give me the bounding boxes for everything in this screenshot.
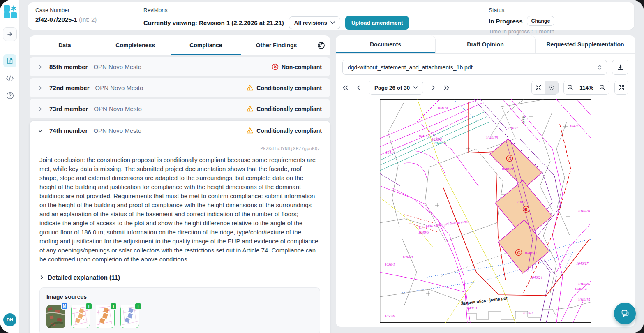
first-page-button[interactable] [342, 85, 349, 90]
case-number-section: Case Number 2/42-07/2025-1 (Int: 2) [28, 2, 136, 30]
language-globe-button[interactable] [312, 35, 330, 55]
member-title: 74th member [49, 127, 88, 134]
chat-bubbles-icon [620, 309, 630, 318]
logo-square [4, 12, 10, 18]
status-badge: Conditionally compliant [256, 106, 322, 112]
currently-viewing-text: Currently viewing: Revision 1 (2.2.2026 … [143, 19, 284, 26]
select-updown-icon [598, 65, 602, 70]
code-icon [6, 75, 14, 81]
download-document-button[interactable] [612, 60, 628, 75]
case-header: Case Number 2/42-07/2025-1 (Int: 2) Revi… [28, 2, 634, 30]
next-page-button[interactable] [432, 85, 435, 90]
user-avatar[interactable]: DH [3, 313, 16, 326]
time-in-progress-text: Time in progress : 1 month [489, 28, 627, 35]
help-icon [6, 92, 14, 99]
tab-documents[interactable]: Documents [336, 35, 436, 53]
conclusion-hash: Pk2Kdfu3YNHjXP27gpnKQz [30, 140, 330, 151]
chevron-down-icon [38, 128, 43, 133]
fit-to-width-button[interactable] [532, 81, 545, 94]
zoom-out-button[interactable] [564, 81, 577, 94]
fullscreen-button[interactable] [615, 81, 628, 94]
chevron-right-icon [39, 275, 44, 280]
last-page-button[interactable] [443, 85, 450, 90]
chevron-right-icon [38, 65, 43, 69]
pdf-page-view[interactable]: A B C 1041/9 1042/1 1040/2 1040/19 1040/… [336, 99, 635, 323]
parcel-label: 1033/1 [523, 311, 533, 315]
chevron-right-icon [38, 106, 43, 111]
chat-button[interactable] [614, 303, 636, 324]
tool-badge: T [134, 303, 142, 310]
member-row[interactable]: 73rd member OPN Novo Mesto Conditionally… [30, 99, 330, 118]
tab-completeness[interactable]: Completeness [100, 35, 171, 55]
parcel-label: 1038/1 [385, 262, 395, 266]
status-badge: Non-compliant [282, 64, 322, 70]
member-title: 72nd member [49, 84, 90, 91]
building-label-c: C [517, 250, 520, 255]
status-change-button[interactable]: Change [527, 16, 555, 26]
member-subtitle: OPN Novo Mesto [93, 127, 141, 134]
right-tabbar: Documents Draft Opinion Requested Supple… [336, 35, 635, 54]
collapse-arrows-icon [535, 84, 542, 91]
globe-icon [317, 42, 325, 49]
building-label-b: B [524, 207, 527, 212]
member-row[interactable]: 85th member OPN Novo Mesto Non-compliant [30, 57, 330, 76]
logo-square [4, 5, 10, 12]
thumbnail-site-plan[interactable]: T [71, 305, 90, 328]
parcel-label: 1039/4 [432, 137, 442, 141]
image-sources-title: Image sources [46, 294, 313, 300]
sidebar-item-documents[interactable] [3, 54, 16, 67]
tab-compliance[interactable]: Compliance [171, 35, 242, 55]
sidebar-expand-button[interactable] [3, 27, 17, 41]
parcel-label: 1042/1 [570, 124, 580, 128]
member-row-expanded[interactable]: 74th member OPN Novo Mesto Conditionally… [30, 121, 330, 140]
tab-other-findings[interactable]: Other Findings [241, 35, 312, 55]
image-sources-card: Image sources M T T [39, 287, 320, 333]
map-badge: M [61, 302, 68, 310]
detailed-explanation-toggle[interactable]: Detailed explanation (11) [30, 264, 330, 281]
chevron-down-icon [330, 21, 335, 24]
thumbnail-satellite[interactable]: M [46, 305, 65, 328]
parcel-label: 1040/29 [434, 141, 446, 145]
detailed-explanation-label: Detailed explanation (11) [48, 274, 120, 281]
tab-draft-opinion[interactable]: Draft Opinion [436, 35, 536, 53]
focus-view-button[interactable] [545, 81, 558, 94]
case-number-value: 2/42-07/2025-1 [35, 16, 77, 23]
document-icon [6, 57, 14, 65]
all-revisions-select[interactable]: All revisions [289, 16, 340, 29]
status-section: Status In Progress Change Time in progre… [481, 2, 634, 30]
parcel-label: 1040/26 [578, 209, 590, 213]
status-value: In Progress [489, 18, 523, 25]
member-title: 85th member [49, 63, 88, 70]
zoom-in-icon [599, 84, 606, 91]
zoom-in-button[interactable] [596, 81, 609, 94]
page-indicator: Page 26 of 30 [374, 85, 410, 91]
upload-amendment-button[interactable]: Upload amendment [345, 16, 409, 30]
thumbnail-site-plan[interactable]: T [120, 305, 139, 328]
parcel-label: 1040/21 [501, 167, 514, 171]
member-subtitle: OPN Novo Mesto [95, 84, 143, 91]
member-row[interactable]: 72nd member OPN Novo Mesto Conditionally… [30, 78, 330, 97]
left-tabbar: Data Completeness Compliance Other Findi… [30, 35, 330, 56]
member-title: 73rd member [49, 105, 88, 112]
parcel-label: 1040/15 [578, 298, 590, 302]
status-badge: Conditionally compliant [256, 85, 322, 91]
tab-data[interactable]: Data [30, 35, 100, 55]
expand-arrows-icon [618, 84, 625, 91]
sidebar-item-code[interactable] [3, 72, 16, 85]
document-file-select[interactable]: dgd-without_statement_and_attachments_1b… [342, 60, 607, 75]
arrow-right-icon [7, 31, 13, 37]
app-window: DH Case Number 2/42-07/2025-1 (Int: 2) R… [0, 0, 644, 333]
site-plan-map: A B C 1041/9 1042/1 1040/2 1040/19 1040/… [380, 99, 591, 323]
parcel-label: 1037/9 [385, 314, 395, 318]
parcel-label: 1040/24 [530, 275, 542, 280]
thumbnail-site-plan[interactable]: T [96, 305, 115, 328]
rail-divider [0, 49, 19, 49]
tab-requested-supplementation[interactable]: Requested Supplementation [536, 35, 635, 53]
joint-conclusion-text: Joint conclusion: the construction propo… [30, 151, 330, 264]
page-select[interactable]: Page 26 of 30 [369, 81, 423, 95]
zoom-level: 114% [577, 85, 596, 91]
left-rail: DH [0, 0, 20, 333]
sidebar-item-help[interactable] [3, 89, 16, 102]
prev-page-button[interactable] [357, 85, 360, 90]
member-subtitle: OPN Novo Mesto [94, 105, 142, 112]
